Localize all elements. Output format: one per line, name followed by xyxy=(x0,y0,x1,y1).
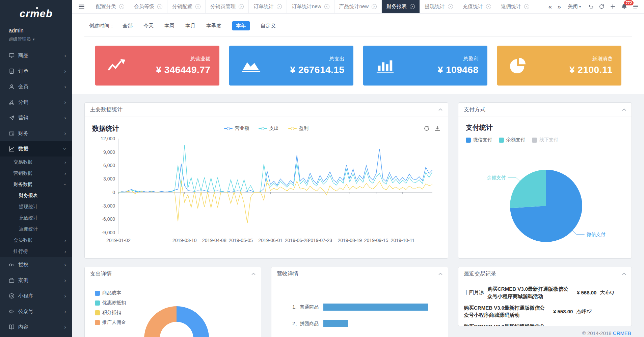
legend-item-revenue[interactable]: 营业额 xyxy=(224,125,249,131)
tab-close-icon[interactable]: × xyxy=(119,4,124,9)
sidebar-item-financial-data[interactable]: 财务数据 › xyxy=(0,179,72,190)
tab-recharge-stats[interactable]: 充值统计× xyxy=(458,0,496,13)
transaction-description: 购买CRMEB V3.0最新打通版微信公众号小程序商城源码活动 xyxy=(464,323,550,326)
legend-item-coupon-deduction[interactable]: 优惠券抵扣 xyxy=(95,300,126,306)
filter-option-all[interactable]: 全部 xyxy=(123,23,133,29)
stat-card-total-revenue[interactable]: 总营业额 ¥ 346449.77 xyxy=(95,46,219,86)
legend-item-points-deduction[interactable]: 积分抵扣 xyxy=(95,310,126,316)
tab-distribution-config[interactable]: 分销配置× xyxy=(167,0,206,13)
submenu-item-label: 排行榜 xyxy=(14,248,64,255)
sidebar-item-commission-stats[interactable]: 返佣统计 xyxy=(0,223,72,235)
tab-close-icon[interactable]: × xyxy=(524,4,529,9)
tab-close-icon[interactable]: × xyxy=(277,4,282,9)
sidebar-item-marketing[interactable]: 营销 › xyxy=(0,110,72,125)
message-list-icon[interactable] xyxy=(633,4,639,9)
chevron-right-icon: › xyxy=(64,262,66,268)
refresh-page-icon[interactable] xyxy=(599,4,605,9)
svg-text:0: 0 xyxy=(112,190,115,195)
sidebar-item-withdrawal-stats[interactable]: 提现统计 xyxy=(0,201,72,212)
tab-close-icon[interactable]: × xyxy=(239,4,244,9)
download-chart-icon[interactable] xyxy=(434,125,440,131)
sidebar-item-label: 授权 xyxy=(18,262,64,268)
legend-item-expense[interactable]: 支出 xyxy=(259,125,279,131)
legend-item-balance-pay[interactable]: 余额支付 xyxy=(499,137,525,143)
sidebar-item-member-data[interactable]: 会员数据 › xyxy=(0,235,72,246)
filter-option-week[interactable]: 本周 xyxy=(164,23,175,29)
back-icon[interactable] xyxy=(588,4,593,9)
legend-item-goods-cost[interactable]: 商品成本 xyxy=(95,290,126,296)
sidebar-item-transaction-data[interactable]: 交易数据 › xyxy=(0,157,72,168)
tab-close-icon[interactable]: × xyxy=(157,4,162,9)
collapse-chevron-icon[interactable] xyxy=(622,109,626,111)
sidebar-item-orders[interactable]: 订单 › xyxy=(0,63,72,79)
sidebar-item-content[interactable]: 内容 › xyxy=(0,319,72,335)
app-root: crmeb admin 超级管理员▾ 商品 › 订单 › 会员 › xyxy=(0,0,644,337)
stat-card-value: ¥ 2100.11 xyxy=(530,65,613,75)
sidebar-item-label: 内容 xyxy=(18,324,64,330)
tab-close-icon[interactable]: × xyxy=(486,4,491,9)
tab-close-icon[interactable]: × xyxy=(372,4,377,9)
tab-close-icon[interactable]: × xyxy=(324,4,329,9)
crmeb-link[interactable]: CRMEB xyxy=(613,330,631,336)
tab-config-category[interactable]: 配置分类× xyxy=(91,0,129,13)
stat-card-new-consumption[interactable]: 新增消费 ¥ 2100.11 xyxy=(497,46,621,86)
sidebar-item-ranking[interactable]: 排行榜 › xyxy=(0,246,72,257)
sidebar-item-miniprogram[interactable]: 小程序 › xyxy=(0,288,72,304)
bar[interactable] xyxy=(323,320,348,327)
sidebar-item-finance[interactable]: 财务 › xyxy=(0,125,72,141)
filter-option-custom[interactable]: 自定义 xyxy=(261,23,276,29)
legend-item-offline-pay[interactable]: 线下支付 xyxy=(532,137,558,143)
svg-text:2019-04-08: 2019-04-08 xyxy=(202,238,226,243)
fullscreen-icon[interactable] xyxy=(610,4,616,9)
stat-card-total-expense[interactable]: 总支出 ¥ 267614.15 xyxy=(229,46,353,86)
collapse-chevron-icon[interactable] xyxy=(438,273,442,275)
bar[interactable] xyxy=(323,304,428,311)
collapse-chevron-icon[interactable] xyxy=(251,273,256,275)
submenu-item-label: 营销数据 xyxy=(14,170,64,176)
sidebar-item-official-account[interactable]: 公众号 › xyxy=(0,304,72,319)
filter-option-month[interactable]: 本月 xyxy=(185,23,195,29)
sidebar-item-financial-report[interactable]: 财务报表 xyxy=(0,190,72,201)
tab-financial-report[interactable]: 财务报表× xyxy=(382,0,420,13)
legend-item-promoter-commission[interactable]: 推广人佣金 xyxy=(95,319,126,326)
tab-member-level[interactable]: 会员等级× xyxy=(129,0,167,13)
tab-distributor-management[interactable]: 分销员管理× xyxy=(206,0,249,13)
tab-product-stats-new[interactable]: 产品统计new× xyxy=(334,0,382,13)
legend-marker xyxy=(224,128,233,129)
collapse-chevron-icon[interactable] xyxy=(438,109,442,111)
sidebar-item-authorization[interactable]: 授权 › xyxy=(0,257,72,272)
sidebar-item-goods[interactable]: 商品 › xyxy=(0,48,72,63)
tab-label: 财务报表 xyxy=(386,3,407,10)
sidebar-item-members[interactable]: 会员 › xyxy=(0,79,72,94)
bar-row: 1、普通商品 xyxy=(275,304,439,311)
tab-close-icon[interactable]: × xyxy=(448,4,453,9)
refresh-chart-icon[interactable] xyxy=(424,125,430,131)
notification-bell-icon[interactable]: 772 xyxy=(621,3,627,10)
tab-close-icon[interactable]: × xyxy=(195,4,200,9)
collapse-sidebar-button[interactable] xyxy=(72,0,91,13)
scroll-tabs-right-icon[interactable]: » xyxy=(557,3,561,10)
collapse-chevron-icon[interactable] xyxy=(622,273,626,275)
sidebar-item-cases[interactable]: 案例 › xyxy=(0,272,72,288)
panel-title: 支出详情 xyxy=(90,270,112,278)
stat-card-total-profit[interactable]: 总盈利 ¥ 109468 xyxy=(363,46,487,86)
scroll-tabs-left-icon[interactable]: « xyxy=(548,3,552,10)
brand-logo[interactable]: crmeb xyxy=(0,0,72,28)
sidebar-item-marketing-data[interactable]: 营销数据 › xyxy=(0,168,72,179)
close-tabs-dropdown[interactable]: 关闭▾ xyxy=(568,3,581,10)
tab-close-icon[interactable]: × xyxy=(410,4,415,9)
filter-option-quarter[interactable]: 本季度 xyxy=(206,23,221,29)
tab-order-stats-new[interactable]: 订单统计new× xyxy=(287,0,334,13)
sidebar-item-recharge-stats[interactable]: 充值统计 xyxy=(0,212,72,223)
filter-option-today[interactable]: 今天 xyxy=(143,23,154,29)
legend-item-profit[interactable]: 盈利 xyxy=(288,125,308,131)
sidebar-item-distribution[interactable]: 分销 › xyxy=(0,94,72,110)
legend-item-wechat-pay[interactable]: 微信支付 xyxy=(466,137,492,143)
sidebar-item-data[interactable]: 数据 › xyxy=(0,141,72,157)
tab-withdrawal-stats[interactable]: 提现统计× xyxy=(420,0,458,13)
filter-option-year[interactable]: 本年 xyxy=(232,21,250,30)
svg-text:3,000: 3,000 xyxy=(103,176,115,182)
tab-order-stats[interactable]: 订单统计× xyxy=(249,0,287,13)
user-role-dropdown[interactable]: 超级管理员▾ xyxy=(9,36,72,42)
tab-commission-stats[interactable]: 返佣统计× xyxy=(496,0,534,13)
